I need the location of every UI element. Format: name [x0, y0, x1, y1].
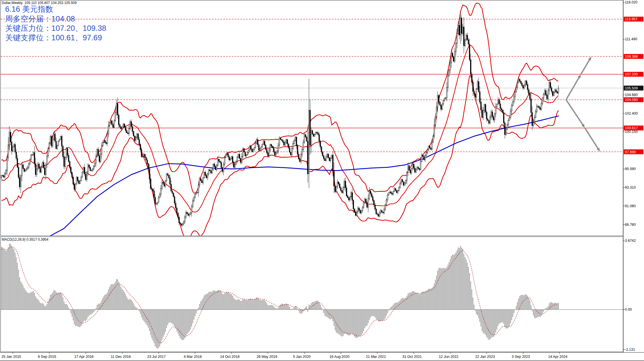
price-badge-label: 97.698: [625, 150, 636, 154]
date-tick-label: 31 Oct 2021: [402, 355, 422, 359]
candlesticks: [1, 13, 559, 227]
price-tick-label: 91.060: [625, 204, 636, 208]
macd-indicator-label: MACD(12,26,9) 0.3517 0.3954: [2, 238, 48, 242]
date-tick-label: 23 Jul 2017: [147, 355, 166, 359]
price-tick-label: 88.780: [625, 223, 636, 227]
date-tick-label: 4 Mar 2018: [184, 355, 202, 359]
price-badge-label: 109.386: [625, 55, 638, 59]
annotation-support: 关键支撑位：100.61、97.69: [5, 33, 102, 43]
macd-tick-label: -2.131: [625, 348, 635, 352]
date-tick-label: 14 Apr 2024: [548, 355, 567, 359]
price-tick-label: 102.400: [625, 111, 638, 115]
date-tick-label: 17 Apr 2016: [74, 355, 93, 359]
price-badge-label: 113.957: [625, 17, 637, 21]
macd-histogram: [1, 244, 559, 349]
price-chart-canvas[interactable]: 116.020111.490104.680102.400100.15095.59…: [0, 0, 644, 361]
date-tick-label: 6 Sep 2015: [38, 355, 56, 359]
price-tick-label: 95.590: [625, 167, 636, 171]
price-axis[interactable]: 116.020111.490104.680102.400100.15095.59…: [623, 0, 643, 352]
price-tick-label: 116.020: [625, 0, 637, 4]
price-badge-label: 104.080: [625, 98, 638, 102]
window-title: Dollar,Weekly 105.110 105.807 104.253 10…: [2, 1, 77, 5]
price-tick-label: 104.680: [625, 93, 638, 97]
date-tick-label: 12 Jun 2022: [439, 355, 458, 359]
annotation-pivot: 周多空分届：104.08: [5, 14, 75, 24]
annotation-resistance: 关键压力位：107.20、109.38: [5, 24, 106, 33]
date-tick-label: 25 Jan 2015: [1, 355, 21, 359]
date-axis[interactable]: 25 Jan 20156 Sep 201517 Apr 201611 Dec 2…: [1, 352, 567, 359]
price-badge-label: 105.509: [625, 86, 638, 90]
macd-axis[interactable]: 3.67420.00-2.131: [623, 239, 636, 351]
price-tick-label: 93.310: [625, 186, 636, 190]
chart-window: Dollar,Weekly 105.110 105.807 104.253 10…: [0, 0, 644, 361]
macd-tick-label: 3.6742: [625, 239, 636, 243]
date-tick-label: 16 Aug 2020: [329, 355, 349, 359]
pane-borders: [0, 0, 644, 361]
date-tick-label: 14 Oct 2018: [220, 355, 240, 359]
projection-arrows: [566, 56, 600, 152]
macd-signal-line: [1, 247, 558, 343]
price-tick-label: 111.490: [625, 37, 637, 41]
price-badge-label: 100.617: [625, 126, 638, 130]
date-tick-label: 26 May 2019: [257, 355, 277, 359]
date-tick-label: 21 Mar 2021: [366, 355, 386, 359]
date-tick-label: 3 Sep 2023: [512, 355, 530, 359]
macd-tick-label: 0.00: [625, 308, 632, 312]
price-badge-label: 107.200: [625, 72, 638, 76]
date-tick-label: 11 Dec 2016: [111, 355, 131, 359]
date-tick-label: 5 Jan 2020: [293, 355, 311, 359]
annotation-title: 6.16 美元指数: [5, 5, 53, 14]
blue-ma-line: [43, 116, 559, 240]
date-tick-label: 22 Jan 2023: [475, 355, 495, 359]
